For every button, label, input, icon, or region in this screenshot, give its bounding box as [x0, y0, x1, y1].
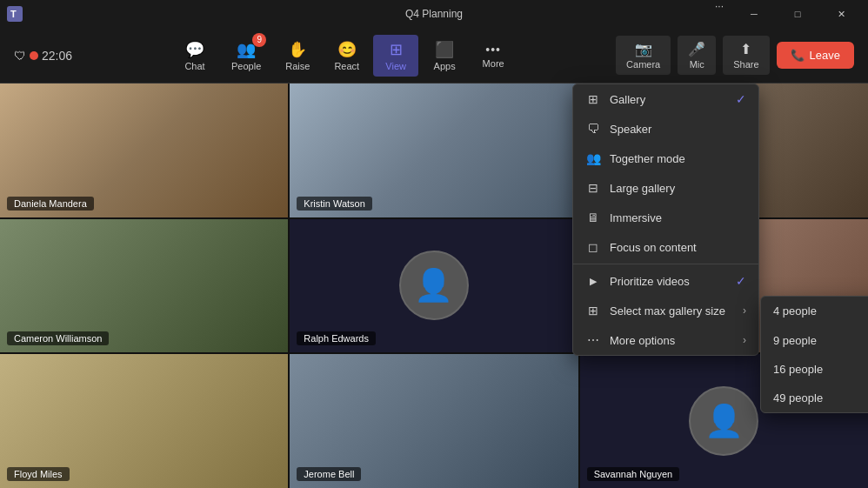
gallery-4-label: 4 people — [773, 304, 817, 318]
leave-button[interactable]: 📞 Leave — [777, 42, 854, 69]
share-button[interactable]: ⬆ Share — [723, 36, 769, 75]
menu-item-together[interactable]: 👥 Together mode — [573, 144, 758, 173]
nav-chat[interactable]: 💬 Chat — [172, 35, 217, 77]
svg-text:T: T — [10, 9, 17, 19]
prioritize-icon: ▶ — [585, 276, 601, 287]
gallery-size-16[interactable]: 16 people — [761, 355, 868, 384]
menu-item-immersive[interactable]: 🖥 Immersive — [573, 203, 758, 232]
immersive-label: Immersive — [610, 211, 662, 224]
camera-label: Camera — [626, 59, 660, 70]
nav-raise-label: Raise — [285, 61, 310, 71]
prioritize-label: Prioritize videos — [610, 275, 690, 288]
gallery-16-label: 16 people — [773, 363, 823, 376]
nav-react-label: React — [334, 61, 359, 71]
more-options-label: More options — [610, 334, 675, 347]
nav-chat-label: Chat — [184, 61, 204, 71]
camera-icon: 📷 — [635, 41, 652, 57]
top-nav: 💬 Chat 👥 9 People ✋ Raise 😊 React ⊞ View… — [172, 35, 516, 77]
nav-apps-label: Apps — [434, 61, 456, 71]
immersive-icon: 🖥 — [585, 211, 601, 224]
people-badge: 9 — [252, 33, 266, 47]
gallery-size-9[interactable]: 9 people ✓ — [761, 325, 868, 355]
view-dropdown-menu: ⊞ Gallery ✓ 🗨 Speaker 👥 Together mode ⊟ … — [572, 84, 759, 356]
gallery-size-icon: ⊞ — [585, 304, 601, 318]
mic-label: Mic — [690, 59, 704, 70]
gallery-size-49[interactable]: 49 people — [761, 384, 868, 412]
gallery-size-arrow: › — [743, 304, 746, 317]
speaker-label: Speaker — [610, 123, 651, 136]
menu-item-gallery[interactable]: ⊞ Gallery ✓ — [573, 84, 758, 114]
more-options-arrow: › — [743, 334, 746, 346]
view-icon: ⊞ — [390, 40, 403, 59]
close-button[interactable]: ✕ — [821, 0, 861, 28]
menu-item-large-gallery[interactable]: ⊟ Large gallery — [573, 173, 758, 203]
window-controls: ··· ─ □ ✕ — [708, 0, 861, 28]
mic-icon: 🎤 — [688, 41, 705, 57]
raise-icon: ✋ — [288, 40, 307, 59]
focus-label: Focus on content — [610, 241, 697, 254]
window-title: Q4 Planning — [405, 8, 463, 20]
share-icon: ⬆ — [740, 41, 751, 57]
focus-icon: ◻ — [585, 240, 601, 254]
large-gallery-icon: ⊟ — [585, 181, 601, 195]
gallery-check: ✓ — [736, 92, 746, 106]
speaker-icon: 🗨 — [585, 122, 601, 136]
gallery-size-submenu: 4 people 9 people ✓ 16 people 49 people — [760, 296, 868, 413]
more-icon: ••• — [485, 43, 501, 57]
nav-react[interactable]: 😊 React — [324, 35, 370, 77]
chat-icon: 💬 — [185, 40, 204, 59]
top-bar: 🛡 22:06 💬 Chat 👥 9 People ✋ Raise 😊 Reac… — [0, 28, 868, 84]
gallery-icon: ⊞ — [585, 92, 601, 106]
share-label: Share — [733, 59, 758, 70]
gallery-label: Gallery — [610, 93, 645, 106]
react-icon: 😊 — [337, 40, 357, 59]
minimize-button[interactable]: ─ — [734, 0, 774, 28]
more-options-icon: ⋯ — [585, 333, 601, 347]
menu-item-more-options[interactable]: ⋯ More options › — [573, 325, 758, 355]
gallery-size-label: Select max gallery size — [610, 304, 725, 318]
shield-icon: 🛡 — [14, 49, 26, 63]
nav-apps[interactable]: ⬛ Apps — [422, 35, 467, 77]
recording-indicator — [30, 51, 38, 60]
more-options-titlebar[interactable]: ··· — [708, 0, 731, 28]
teams-icon: T — [7, 6, 23, 22]
apps-icon: ⬛ — [435, 40, 454, 59]
gallery-9-label: 9 people — [773, 334, 817, 347]
gallery-size-4[interactable]: 4 people — [761, 297, 868, 325]
nav-people-label: People — [231, 61, 261, 71]
call-timer: 22:06 — [42, 49, 72, 63]
camera-button[interactable]: 📷 Camera — [616, 36, 671, 75]
gallery-49-label: 49 people — [773, 391, 823, 404]
nav-more-label: More — [483, 58, 504, 69]
video-grid: Daniela Mandera Kristin Watson Wa... Cam… — [0, 84, 868, 488]
nav-more[interactable]: ••• More — [471, 37, 516, 74]
prioritize-check: ✓ — [736, 274, 746, 288]
together-icon: 👥 — [585, 151, 601, 165]
dropdown-overlay: ⊞ Gallery ✓ 🗨 Speaker 👥 Together mode ⊟ … — [0, 84, 868, 488]
call-controls: 📷 Camera 🎤 Mic ⬆ Share 📞 Leave — [616, 36, 854, 75]
together-label: Together mode — [610, 152, 685, 165]
menu-divider-1 — [573, 264, 758, 264]
nav-people[interactable]: 👥 9 People — [221, 35, 271, 77]
large-gallery-label: Large gallery — [610, 182, 675, 195]
title-bar: T Q4 Planning ··· ─ □ ✕ — [0, 0, 868, 28]
call-status: 🛡 22:06 — [14, 49, 72, 63]
maximize-button[interactable]: □ — [778, 0, 818, 28]
nav-raise[interactable]: ✋ Raise — [275, 35, 320, 77]
menu-item-gallery-size[interactable]: ⊞ Select max gallery size › 4 people 9 p… — [573, 296, 758, 325]
phone-icon: 📞 — [791, 49, 805, 62]
nav-view[interactable]: ⊞ View — [373, 35, 418, 77]
menu-item-speaker[interactable]: 🗨 Speaker — [573, 114, 758, 144]
nav-view-label: View — [385, 61, 406, 71]
mic-button[interactable]: 🎤 Mic — [678, 36, 716, 75]
menu-item-prioritize[interactable]: ▶ Prioritize videos ✓ — [573, 266, 758, 296]
title-bar-left: T — [7, 6, 23, 22]
menu-item-focus[interactable]: ◻ Focus on content — [573, 232, 758, 262]
leave-label: Leave — [810, 49, 840, 62]
